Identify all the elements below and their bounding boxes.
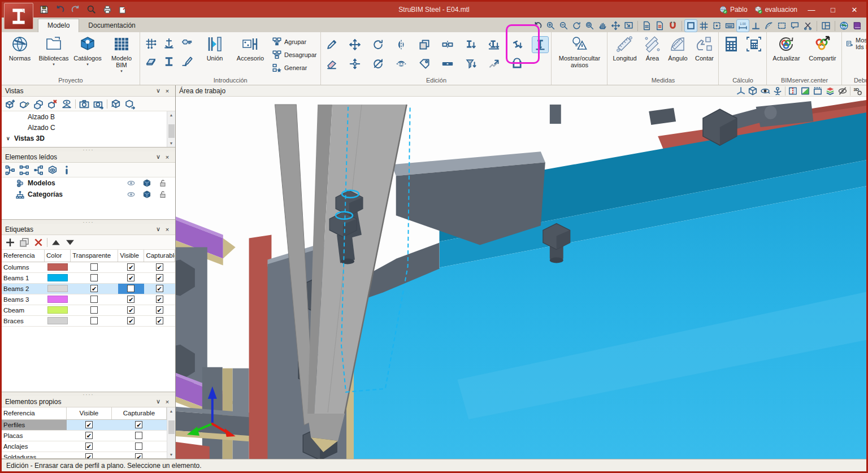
clip-plane-icon[interactable] xyxy=(788,86,798,96)
propios-row-placas[interactable]: Placas✔ xyxy=(2,430,167,441)
snapshot-edit-icon[interactable] xyxy=(93,98,104,110)
checkbox[interactable]: ✔ xyxy=(85,421,93,428)
duplicate-icon[interactable] xyxy=(19,237,30,248)
world-icon[interactable] xyxy=(838,20,850,32)
profile-button[interactable] xyxy=(161,54,177,70)
union-button[interactable]: Unión xyxy=(198,33,231,74)
profile-align-icon[interactable] xyxy=(511,38,523,51)
copy-icon[interactable] xyxy=(418,38,431,51)
checkbox[interactable]: ✔ xyxy=(85,442,93,450)
normas-button[interactable]: Normas xyxy=(3,33,36,74)
vistas-scrollbar[interactable]: ▲▼ xyxy=(167,111,175,147)
panel-splitter[interactable]: ···· xyxy=(2,220,175,224)
etiqueta-row-braces[interactable]: Braces✔✔ xyxy=(2,315,175,326)
checkbox[interactable]: ✔ xyxy=(127,317,134,324)
checkbox[interactable]: ✔ xyxy=(85,432,93,439)
panel-propios-close[interactable]: × xyxy=(163,398,172,405)
desagrupar-button[interactable]: Desagrupar xyxy=(270,49,319,61)
longitud-button[interactable]: Longitud xyxy=(609,33,640,74)
split-icon[interactable] xyxy=(441,38,454,51)
mostrar-ocultar-avisos-button[interactable]: Mostrar/ocultar avisos xyxy=(553,33,605,74)
orbit-view-icon[interactable] xyxy=(760,86,770,96)
snap-magnet-icon[interactable] xyxy=(667,20,679,32)
mirror-axis-icon[interactable] xyxy=(395,58,407,70)
checkbox[interactable]: ✔ xyxy=(85,453,93,458)
undo-button[interactable] xyxy=(55,5,65,15)
arc-center-icon[interactable] xyxy=(763,20,775,32)
mirror-axis-button[interactable] xyxy=(393,56,409,72)
zoom-out-icon[interactable] xyxy=(558,20,570,32)
dxf-import-icon[interactable] xyxy=(641,20,653,32)
checkbox[interactable] xyxy=(90,296,98,303)
models-icon[interactable] xyxy=(15,179,25,188)
checkbox[interactable] xyxy=(135,432,142,439)
checkbox[interactable]: ✔ xyxy=(127,306,134,314)
color-swatch[interactable] xyxy=(47,306,68,314)
checkbox[interactable]: ✔ xyxy=(156,263,163,271)
profile-insert-button[interactable] xyxy=(463,37,479,53)
maximize-button[interactable]: □ xyxy=(823,3,843,16)
panel-leidos-close[interactable]: × xyxy=(163,154,172,160)
tab-modelo[interactable]: Modelo xyxy=(38,19,79,32)
col-header-color[interactable]: Color xyxy=(45,250,71,262)
col-header-transparente[interactable]: Transparente xyxy=(71,250,118,262)
copy-button[interactable] xyxy=(416,37,432,53)
bolt-button[interactable] xyxy=(179,36,195,51)
view-item-alzado-b[interactable]: Alzado B xyxy=(2,111,175,122)
cube-solid-icon[interactable] xyxy=(142,179,151,188)
profile-displace-button[interactable] xyxy=(486,37,502,53)
tree-expand-icon[interactable] xyxy=(5,164,16,176)
layout-panels-icon[interactable] xyxy=(820,20,832,32)
export-button[interactable] xyxy=(118,5,128,15)
checkbox[interactable] xyxy=(90,274,98,281)
compartir-button[interactable]: Compartir xyxy=(805,33,840,74)
pan-icon[interactable] xyxy=(597,20,609,32)
3d-scene[interactable] xyxy=(176,97,866,459)
rotate-free-button[interactable] xyxy=(370,56,386,72)
user-chip[interactable]: Pablo xyxy=(717,6,750,14)
weld-icon[interactable] xyxy=(181,55,193,68)
checkbox[interactable] xyxy=(90,317,98,324)
grid-icon[interactable] xyxy=(698,20,710,32)
bibliotecas-button[interactable]: Bibliotecas▾ xyxy=(37,33,70,74)
panel-propios-collapse[interactable]: ∨ xyxy=(154,398,163,405)
rotate-free-icon[interactable] xyxy=(372,58,384,70)
categories-icon[interactable] xyxy=(15,190,25,199)
add-icon[interactable] xyxy=(5,237,16,248)
move-down-icon[interactable] xyxy=(64,237,76,248)
save-button[interactable] xyxy=(39,5,49,15)
move-up-icon[interactable] xyxy=(50,237,62,248)
checkbox[interactable] xyxy=(127,285,134,292)
checkbox[interactable] xyxy=(90,263,98,271)
clip-box-edit-icon[interactable] xyxy=(124,98,136,110)
profile-displace-icon[interactable] xyxy=(488,38,500,51)
mirror-button[interactable] xyxy=(393,37,409,53)
grid-axes-icon[interactable] xyxy=(145,37,157,50)
propios-scrollbar[interactable]: ▲▼ xyxy=(167,407,175,458)
lock-icon[interactable] xyxy=(158,190,167,199)
close-button[interactable]: ✕ xyxy=(845,3,864,16)
erase-icon[interactable] xyxy=(326,58,338,70)
axes-tripod-icon[interactable] xyxy=(735,86,745,96)
profile-flush-icon[interactable] xyxy=(534,38,546,51)
col-header-visible[interactable]: Visible xyxy=(118,250,144,262)
mostrar-ids-button[interactable]: Mostrar Ids I xyxy=(844,36,868,51)
checkbox[interactable]: ✔ xyxy=(127,263,134,271)
hide-elements-icon[interactable] xyxy=(837,86,848,96)
color-swatch[interactable] xyxy=(47,263,68,271)
leidos-row-modelos[interactable]: Modelos xyxy=(2,177,175,189)
cut-icon[interactable] xyxy=(802,20,814,32)
move-node-icon[interactable] xyxy=(349,58,361,70)
move-node-button[interactable] xyxy=(347,56,363,72)
calcular-seleccion-button[interactable] xyxy=(743,33,765,74)
view-item-alzado-c[interactable]: Alzado C xyxy=(2,122,175,133)
etiqueta-row-beams-1[interactable]: Beams 1✔✔ xyxy=(2,272,175,283)
reroute-icon[interactable] xyxy=(488,58,500,70)
print-button[interactable] xyxy=(102,5,112,15)
snap-center-icon[interactable] xyxy=(711,20,723,32)
label-tag-icon[interactable] xyxy=(418,58,431,70)
checkbox[interactable]: ✔ xyxy=(156,285,163,292)
leidos-row-categorías[interactable]: Categorías xyxy=(2,189,175,200)
profile-insert-icon[interactable] xyxy=(465,38,477,51)
profile-flush-button[interactable] xyxy=(532,37,548,53)
